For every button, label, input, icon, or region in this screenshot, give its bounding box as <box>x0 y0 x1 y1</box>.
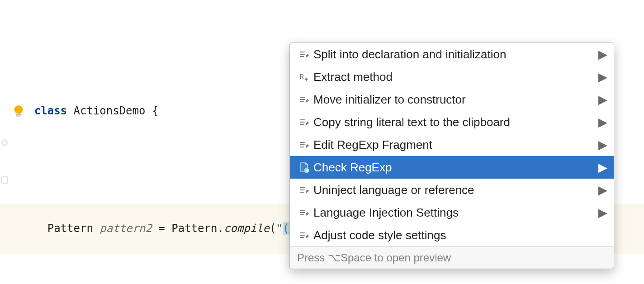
submenu-arrow-icon: ▶ <box>598 161 607 175</box>
keyword-class: class <box>34 104 67 117</box>
code-text: ( <box>270 222 276 235</box>
identifier: pattern2 <box>99 222 152 235</box>
menu-item-copy-string-literal-text-to-the-clipboar[interactable]: Copy string literal text to the clipboar… <box>290 111 614 133</box>
submenu-arrow-icon: ▶ <box>598 206 607 220</box>
menu-item-label: Extract method <box>313 70 598 84</box>
gutter-implements-icon[interactable] <box>0 105 9 114</box>
menu-item-split-into-declaration-and-initializatio[interactable]: Split into declaration and initializatio… <box>290 43 614 66</box>
submenu-arrow-icon: ▶ <box>598 183 607 197</box>
submenu-arrow-icon: ▶ <box>598 115 607 129</box>
menu-item-label: Check RegExp <box>313 161 598 175</box>
file-star-icon: ✱ <box>296 161 313 173</box>
intention-actions-menu[interactable]: Split into declaration and initializatio… <box>289 43 614 269</box>
intent-icon <box>296 116 313 128</box>
menu-item-label: Copy string literal text to the clipboar… <box>313 115 598 129</box>
menu-item-language-injection-settings[interactable]: Language Injection Settings▶ <box>290 201 614 224</box>
submenu-arrow-icon: ▶ <box>598 47 607 62</box>
menu-footer-hint: Press ⌥Space to open preview <box>290 246 614 269</box>
method-call: compile <box>224 222 270 235</box>
menu-item-check-regexp[interactable]: ✱Check RegExp▶ <box>290 156 614 179</box>
intent-icon <box>296 184 313 196</box>
intent-icon <box>296 94 313 105</box>
menu-item-move-initializer-to-constructor[interactable]: Move initializer to constructor▶ <box>290 88 614 111</box>
submenu-arrow-icon: ▶ <box>598 138 607 152</box>
lightbulb-icon <box>12 71 25 85</box>
menu-item-label: Adjust code style settings <box>313 228 598 242</box>
menu-item-label: Split into declaration and initializatio… <box>313 47 598 62</box>
menu-item-label: Language Injection Settings <box>313 206 598 220</box>
submenu-arrow-icon: ▶ <box>598 70 607 84</box>
code-text: Pattern <box>34 222 100 235</box>
menu-item-label: Edit RegExp Fragment <box>313 138 598 152</box>
string-quote: " <box>276 222 282 235</box>
intent-icon <box>296 207 313 218</box>
menu-item-edit-regexp-fragment[interactable]: Edit RegExp Fragment▶ <box>290 133 614 156</box>
submenu-arrow-icon: ▶ <box>598 93 607 107</box>
svg-text:R: R <box>299 73 304 80</box>
extract-icon: R <box>296 71 313 83</box>
intent-icon <box>296 229 313 241</box>
menu-item-label: Uninject language or reference <box>313 183 598 197</box>
svg-text:✱: ✱ <box>305 168 309 173</box>
gutter-override-icon[interactable] <box>0 142 9 151</box>
menu-item-adjust-code-style-settings[interactable]: Adjust code style settings <box>290 224 614 246</box>
intent-icon <box>296 139 313 151</box>
menu-item-extract-method[interactable]: RExtract method▶ <box>290 66 614 88</box>
menu-item-uninject-language-or-reference[interactable]: Uninject language or reference▶ <box>290 179 614 201</box>
code-text: ActionsDemo { <box>67 104 158 117</box>
intent-icon <box>296 48 313 60</box>
svg-point-0 <box>14 105 23 114</box>
code-text: = Pattern. <box>152 222 224 235</box>
menu-item-label: Move initializer to constructor <box>313 93 598 107</box>
